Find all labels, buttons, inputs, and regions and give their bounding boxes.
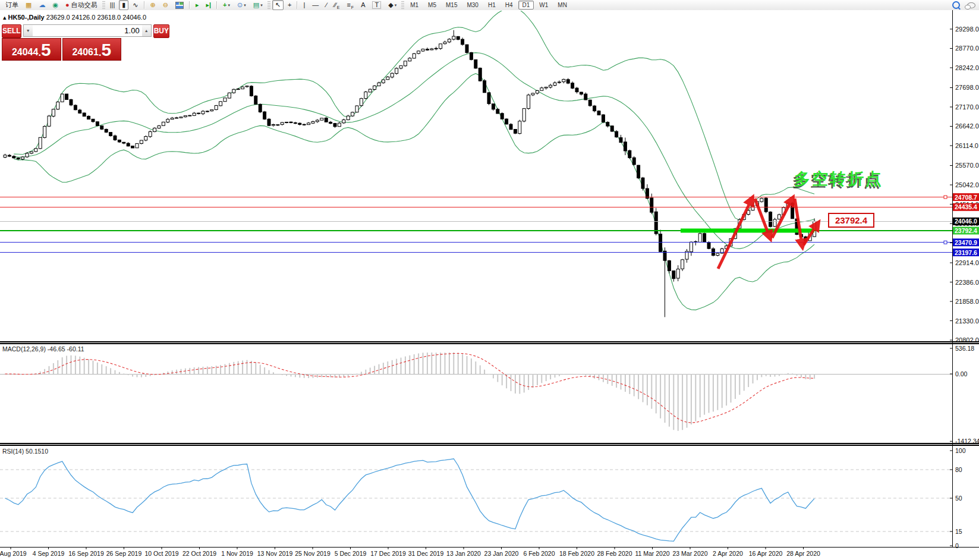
svg-text:6 Feb 2020: 6 Feb 2020 — [523, 550, 555, 557]
new-order-button[interactable]: 订单 — [1, 0, 21, 10]
line-handle[interactable] — [944, 196, 947, 199]
toolbar: 订单▦☁◉●自动交易|||▮∿⊕⊖▸▸|+▾⊙▾▤▾↖+|—∕∕∕E≡FAT◆▾… — [0, 0, 979, 11]
zoom-in-icon[interactable]: ⊕ — [147, 0, 159, 10]
buy-quote-button[interactable]: 24061.5 — [62, 38, 122, 61]
svg-text:3 Aug 2019: 3 Aug 2019 — [0, 550, 27, 557]
mql-community-icon[interactable]: ☁ — [36, 0, 48, 10]
svg-text:25042.0: 25042.0 — [955, 181, 979, 188]
horizontal-line-icon[interactable]: — — [309, 0, 322, 10]
chat-icon[interactable] — [964, 0, 978, 10]
indicators-menu-icon[interactable]: ▤▾ — [250, 0, 266, 10]
svg-text:24046.0: 24046.0 — [955, 218, 977, 225]
svg-text:5 Dec 2019: 5 Dec 2019 — [335, 550, 367, 557]
chart-shift-icon[interactable]: ▸| — [203, 0, 215, 10]
svg-text:29298.0: 29298.0 — [955, 26, 979, 33]
volume-up-button[interactable]: ▲ — [142, 25, 151, 36]
text-icon[interactable]: A — [358, 0, 368, 10]
tile-windows-icon[interactable] — [172, 0, 187, 10]
timeframe-d1-button[interactable]: D1 — [518, 1, 534, 10]
svg-text:16 Apr 2020: 16 Apr 2020 — [749, 550, 783, 557]
svg-text:23 Jan 2020: 23 Jan 2020 — [484, 550, 519, 557]
thick-support-line[interactable] — [681, 228, 814, 232]
ohlc-values: 23629.0 24126.0 23618.0 24046.0 — [46, 14, 146, 21]
volume-input[interactable] — [33, 25, 142, 36]
chart-canvas[interactable]: 29298.028770.028242.027698.027170.026642… — [0, 10, 979, 560]
shapes-icon[interactable]: ◆▾ — [385, 0, 399, 10]
cursor-icon[interactable]: ↖ — [272, 0, 284, 10]
svg-text:22914.0: 22914.0 — [955, 259, 979, 266]
turning-point-annotation[interactable]: 多空转折点 — [794, 168, 883, 190]
toolbar-separator — [216, 1, 218, 9]
svg-text:25570.0: 25570.0 — [955, 162, 979, 169]
sell-button[interactable]: SELL — [2, 24, 21, 38]
tile-windows-icon — [175, 2, 184, 9]
bar-chart-icon[interactable]: ||| — [107, 0, 118, 10]
timeframe-mn-button[interactable]: MN — [553, 1, 571, 10]
auto-scroll-icon[interactable]: ▸ — [193, 0, 202, 10]
timeframe-m1-button[interactable]: M1 — [406, 1, 423, 10]
trendline-icon[interactable]: ∕ — [323, 0, 330, 10]
symbol-period-label: HK50-,Daily — [8, 14, 45, 21]
rsi-indicator-label: RSI(14) 50.1510 — [2, 448, 48, 455]
svg-text:28 Feb 2020: 28 Feb 2020 — [597, 550, 632, 557]
toolbar-grip — [267, 1, 270, 9]
ask-price-fraction: 5 — [101, 42, 111, 58]
timeframe-h4-button[interactable]: H4 — [501, 1, 517, 10]
timeframe-m15-button[interactable]: M15 — [442, 1, 461, 10]
timeframe-h1-button[interactable]: H1 — [484, 1, 500, 10]
svg-text:100: 100 — [955, 447, 966, 454]
price-level-callout[interactable]: 23792.4 — [828, 213, 874, 228]
svg-text:80: 80 — [955, 466, 962, 473]
signals-icon[interactable]: ◉ — [49, 0, 61, 10]
svg-text:28 Apr 2020: 28 Apr 2020 — [786, 550, 820, 557]
svg-text:50: 50 — [955, 495, 962, 502]
svg-text:26114.0: 26114.0 — [955, 142, 978, 149]
fibonacci-icon[interactable]: ≡F — [344, 0, 357, 10]
volume-down-button[interactable]: ▼ — [24, 25, 33, 36]
svg-text:10 Oct 2019: 10 Oct 2019 — [144, 550, 178, 557]
svg-text:15: 15 — [955, 528, 962, 535]
toolbar-grip — [401, 1, 404, 9]
timeframe-m5-button[interactable]: M5 — [424, 1, 440, 10]
bid-price-fraction: 5 — [41, 42, 51, 58]
timeframe-m30-button[interactable]: M30 — [462, 1, 482, 10]
search-icon[interactable] — [949, 0, 963, 10]
periods-menu-icon[interactable]: ⊙▾ — [234, 0, 249, 10]
timeframe-w1-button[interactable]: W1 — [535, 1, 552, 10]
vertical-line-icon[interactable]: | — [300, 0, 308, 10]
collapse-triangle-icon[interactable]: ▴ — [3, 14, 7, 21]
candlestick-chart-icon[interactable]: ▮ — [119, 0, 128, 10]
svg-text:13 Jan 2020: 13 Jan 2020 — [446, 550, 481, 557]
svg-text:27698.0: 27698.0 — [955, 84, 979, 91]
terminal-window: 订单▦☁◉●自动交易|||▮∿⊕⊖▸▸|+▾⊙▾▤▾↖+|—∕∕∕E≡FAT◆▾… — [0, 0, 979, 560]
svg-text:0: 0 — [955, 542, 959, 549]
buy-button[interactable]: BUY — [153, 24, 169, 38]
svg-text:23470.9: 23470.9 — [955, 239, 977, 246]
svg-text:28242.0: 28242.0 — [955, 64, 979, 71]
toolbar-separator — [189, 1, 190, 9]
autotrading-button[interactable]: ●自动交易 — [62, 0, 100, 10]
market-watch-icon[interactable]: ▦ — [23, 0, 34, 10]
one-click-trading-widget: SELL ▼ ▲ BUY 24044.5 24061.5 — [2, 24, 121, 61]
svg-text:17 Dec 2019: 17 Dec 2019 — [370, 550, 406, 557]
crosshair-icon[interactable]: + — [285, 0, 294, 10]
line-handle[interactable] — [944, 241, 947, 244]
text-label-icon[interactable]: T — [369, 0, 384, 10]
toolbar-grip — [102, 1, 105, 9]
svg-text:16 Sep 2019: 16 Sep 2019 — [68, 550, 104, 557]
svg-text:26 Sep 2019: 26 Sep 2019 — [106, 550, 142, 557]
svg-text:23 Mar 2020: 23 Mar 2020 — [673, 550, 708, 557]
svg-text:2 Apr 2020: 2 Apr 2020 — [713, 550, 743, 557]
svg-text:536.18: 536.18 — [955, 345, 974, 352]
svg-text:22386.0: 22386.0 — [955, 279, 979, 286]
equidistant-channel-icon[interactable]: ∕∕E — [331, 0, 342, 10]
chart-title: ▴ HK50-,Daily 23629.0 24126.0 23618.0 24… — [3, 14, 146, 21]
new-chart-icon[interactable]: +▾ — [220, 0, 233, 10]
chat-icon — [967, 2, 975, 8]
line-chart-icon[interactable]: ∿ — [130, 0, 141, 10]
sell-quote-button[interactable]: 24044.5 — [2, 38, 61, 61]
search-icon — [952, 1, 960, 9]
svg-text:23792.4: 23792.4 — [955, 227, 977, 234]
svg-text:0.00: 0.00 — [955, 370, 968, 377]
zoom-out-icon[interactable]: ⊖ — [160, 0, 171, 10]
